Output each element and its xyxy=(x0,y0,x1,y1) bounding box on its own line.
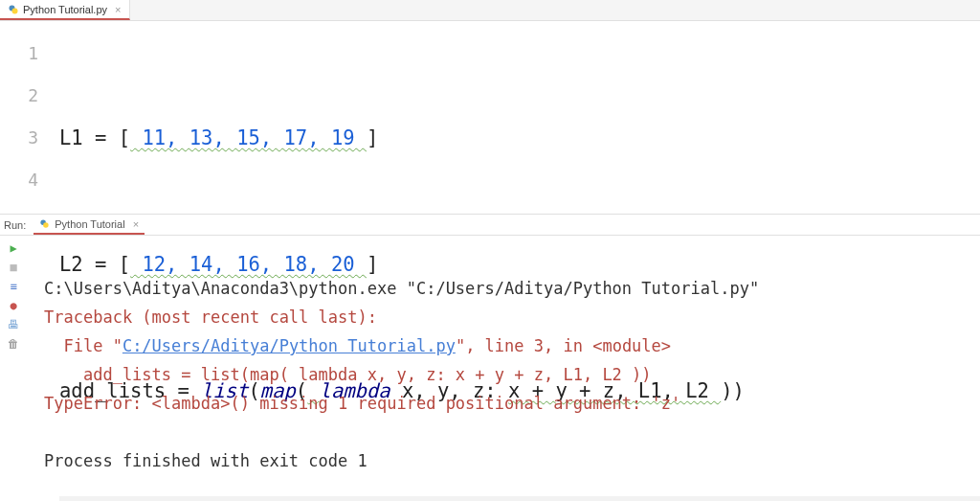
file-tab-python-tutorial[interactable]: Python Tutorial.py × xyxy=(0,0,130,20)
rerun-icon[interactable]: ▶ xyxy=(7,241,20,255)
record-icon[interactable]: ● xyxy=(7,299,20,312)
console-line: TypeError: <lambda>() missing 1 required… xyxy=(44,394,680,413)
line-gutter: 1 2 3 4 xyxy=(0,21,59,214)
console-output[interactable]: C:\Users\Aditya\Anaconda3\python.exe "C:… xyxy=(27,236,980,501)
console-line: C:\Users\Aditya\Anaconda3\python.exe "C:… xyxy=(44,279,759,298)
soft-wrap-icon[interactable]: ≡ xyxy=(7,280,20,293)
python-file-icon xyxy=(39,218,51,230)
svg-point-3 xyxy=(43,222,49,228)
console-line: add_lists = list(map( lambda x, y, z: x … xyxy=(44,365,652,384)
code-area[interactable]: L1 = [ 11, 13, 15, 17, 19 ] L2 = [ 12, 1… xyxy=(59,21,980,214)
line-number: 4 xyxy=(0,159,38,201)
run-panel: ▶ ■ ≡ ● 🖶 🗑 C:\Users\Aditya\Anaconda3\py… xyxy=(0,236,980,501)
code-line[interactable]: L1 = [ 11, 13, 15, 17, 19 ] xyxy=(59,117,980,159)
run-tab-label: Python Tutorial xyxy=(55,218,124,230)
file-link[interactable]: C:/Users/Aditya/Python Tutorial.py xyxy=(122,336,456,355)
trash-icon[interactable]: 🗑 xyxy=(7,337,20,351)
line-number: 1 xyxy=(0,33,38,75)
file-tab-label: Python Tutorial.py xyxy=(23,4,107,15)
run-label: Run: xyxy=(4,219,26,231)
console-line: File "C:/Users/Aditya/Python Tutorial.py… xyxy=(44,336,671,355)
editor-tab-bar: Python Tutorial.py × xyxy=(0,0,980,21)
close-icon[interactable]: × xyxy=(129,218,139,230)
svg-point-1 xyxy=(12,8,18,13)
line-number: 2 xyxy=(0,75,38,117)
code-editor[interactable]: 1 2 3 4 L1 = [ 11, 13, 15, 17, 19 ] L2 =… xyxy=(0,21,980,215)
run-toolbar: ▶ ■ ≡ ● 🖶 🗑 xyxy=(0,236,27,501)
python-file-icon xyxy=(8,4,19,15)
console-line: Process finished with exit code 1 xyxy=(44,451,368,470)
close-icon[interactable]: × xyxy=(111,4,121,15)
line-number: 3 xyxy=(0,117,38,159)
print-icon[interactable]: 🖶 xyxy=(7,318,20,331)
stop-icon[interactable]: ■ xyxy=(7,261,20,274)
run-tab-python-tutorial[interactable]: Python Tutorial × xyxy=(33,215,145,235)
console-line: Traceback (most recent call last): xyxy=(44,307,377,327)
